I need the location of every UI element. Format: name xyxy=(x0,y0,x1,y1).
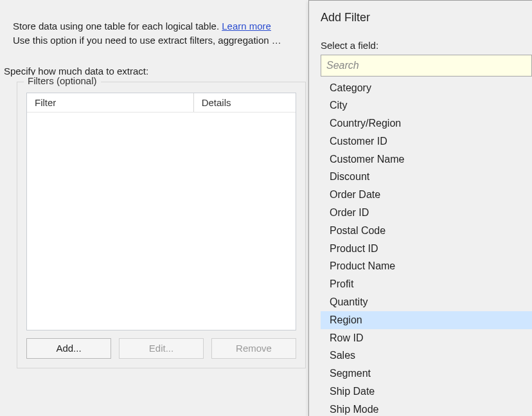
add-button[interactable]: Add... xyxy=(26,338,111,359)
field-item[interactable]: Product ID xyxy=(321,240,532,258)
field-item[interactable]: Row ID xyxy=(321,329,532,347)
field-item[interactable]: Country/Region xyxy=(321,115,532,133)
edit-button: Edit... xyxy=(119,338,204,359)
field-item[interactable]: Ship Date xyxy=(321,383,532,401)
field-item[interactable]: Category xyxy=(321,79,532,97)
filter-buttons-row: Add... Edit... Remove xyxy=(26,338,296,359)
field-item[interactable]: Segment xyxy=(321,365,532,383)
field-item[interactable]: Sales xyxy=(321,347,532,365)
select-field-label: Select a field: xyxy=(321,40,532,51)
table-header-row: Filter Details xyxy=(27,93,296,113)
field-item[interactable]: Ship Mode xyxy=(321,401,532,416)
filters-group: Filters (optional) Filter Details Add...… xyxy=(17,82,306,368)
field-item[interactable]: Customer ID xyxy=(321,132,532,150)
field-item[interactable]: Quantity xyxy=(321,294,532,312)
remove-button: Remove xyxy=(211,338,296,359)
field-item[interactable]: Customer Name xyxy=(321,150,532,168)
description-line1-prefix: Store data using one table for each logi… xyxy=(13,21,222,32)
col-header-details[interactable]: Details xyxy=(193,93,296,113)
field-item[interactable]: City xyxy=(321,97,532,115)
popup-title: Add Filter xyxy=(321,11,532,24)
filters-legend: Filters (optional) xyxy=(24,75,101,86)
field-item[interactable]: Order ID xyxy=(321,204,532,222)
learn-more-link[interactable]: Learn more xyxy=(222,21,271,32)
add-filter-popup: Add Filter Select a field: CategoryCityC… xyxy=(308,0,532,416)
field-item[interactable]: Region xyxy=(321,311,532,329)
field-item[interactable]: Discount xyxy=(321,168,532,186)
search-field-wrap[interactable] xyxy=(321,55,532,77)
field-item[interactable]: Postal Code xyxy=(321,222,532,240)
col-header-filter[interactable]: Filter xyxy=(27,93,193,113)
field-item[interactable]: Order Date xyxy=(321,186,532,204)
search-input[interactable] xyxy=(326,60,526,71)
field-item[interactable]: Product Name xyxy=(321,258,532,276)
field-item[interactable]: Profit xyxy=(321,276,532,294)
description-line2: Use this option if you need to use extra… xyxy=(13,35,281,46)
field-list[interactable]: CategoryCityCountry/RegionCustomer IDCus… xyxy=(321,79,532,416)
filters-table: Filter Details xyxy=(26,93,296,330)
